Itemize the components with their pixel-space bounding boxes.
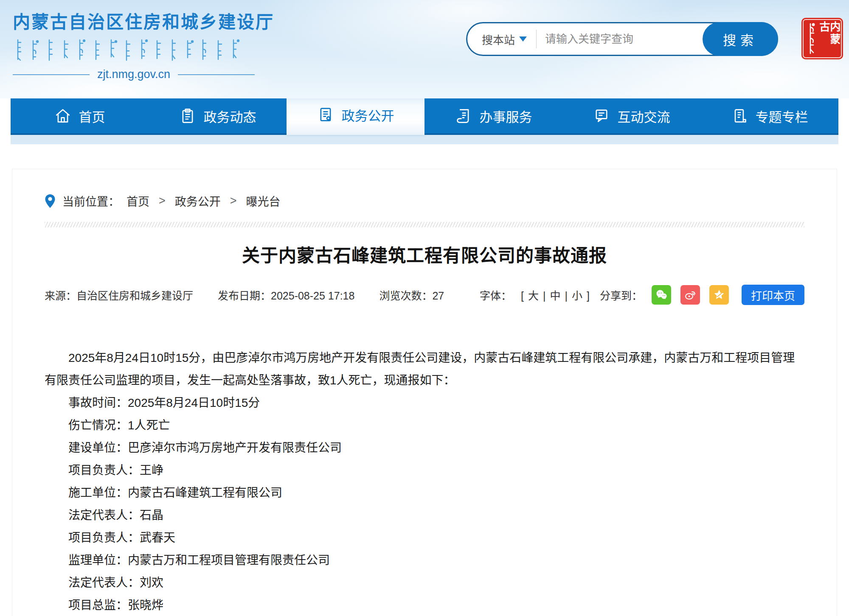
font-size-large[interactable]: 大 — [525, 290, 543, 302]
nav-bottom-strip — [11, 135, 838, 144]
site-search: 搜本站 搜索 — [466, 22, 778, 56]
article-tools: 字体： [大|中|小] 分享到： — [480, 285, 804, 305]
article-paragraph: 项目负责人：武春天 — [45, 526, 804, 549]
search-button[interactable]: 搜索 — [703, 22, 778, 56]
content-card: 当前位置： 首页 > 政务公开 > 曝光台 关于内蒙古石峰建筑工程有限公司的事故… — [12, 169, 837, 616]
nav-item-topics[interactable]: 专题专栏 — [700, 98, 838, 133]
article-paragraph: 伤亡情况：1人死亡 — [45, 414, 804, 437]
nav-item-label: 互动交流 — [618, 106, 670, 126]
inner-mongolia-seal: 内蒙古 — [801, 18, 843, 59]
hatched-divider — [45, 222, 804, 227]
nav-item-label: 政务动态 — [204, 106, 256, 126]
font-size-separator: | — [565, 290, 569, 302]
nav-item-home[interactable]: 首页 — [11, 98, 149, 133]
search-scope-label: 搜本站 — [482, 31, 515, 47]
article-paragraph: 事故时间：2025年8月24日10时15分 — [45, 392, 804, 414]
search-input[interactable] — [537, 33, 703, 46]
site-title: 内蒙古自治区住房和城乡建设厅 — [13, 8, 255, 33]
seal-text: 内蒙古 — [818, 21, 840, 56]
breadcrumb-disclosure[interactable]: 政务公开 — [175, 193, 221, 209]
home-icon — [54, 107, 71, 124]
article-paragraph: 项目负责人：王峥 — [45, 459, 804, 482]
location-pin-icon — [45, 194, 56, 208]
nav-item-label: 首页 — [79, 106, 105, 126]
nav-item-news[interactable]: 政务动态 — [149, 98, 287, 133]
article-paragraph: 法定代表人：刘欢 — [45, 571, 804, 594]
site-logo[interactable]: 内蒙古自治区住房和城乡建设厅 — [13, 8, 255, 81]
article-paragraph: 监理单位：内蒙古万和工程项目管理有限责任公司 — [45, 549, 804, 571]
print-page-button[interactable]: 打印本页 — [742, 285, 804, 305]
bracket-close: ] — [587, 290, 590, 302]
font-size-small[interactable]: 小 — [568, 290, 587, 302]
site-url: zjt.nmg.gov.cn — [97, 68, 170, 81]
nav-item-label: 办事服务 — [480, 106, 532, 126]
nav-item-label: 专题专栏 — [756, 106, 808, 126]
meta-views: 浏览次数：27 — [379, 287, 444, 302]
breadcrumb: 当前位置： 首页 > 政务公开 > 曝光台 — [45, 193, 804, 209]
font-size-label: 字体： — [480, 287, 512, 302]
nav-item-interaction[interactable]: 互动交流 — [562, 98, 700, 133]
meta-date: 发布日期：2025-08-25 17:18 — [218, 287, 354, 302]
font-size-medium[interactable]: 中 — [546, 290, 565, 302]
breadcrumb-separator: > — [156, 194, 168, 207]
nav-item-services[interactable]: 办事服务 — [424, 98, 562, 133]
column-icon — [731, 107, 748, 124]
meta-source: 来源：自治区住房和城乡建设厅 — [45, 287, 193, 302]
wechat-icon[interactable] — [652, 285, 671, 305]
url-rule-left — [13, 74, 90, 75]
article-meta-row: 来源：自治区住房和城乡建设厅 发布日期：2025-08-25 17:18 浏览次… — [45, 285, 804, 305]
breadcrumb-separator: > — [228, 194, 239, 207]
site-banner: 内蒙古自治区住房和城乡建设厅 — [0, 0, 849, 98]
article-meta: 来源：自治区住房和城乡建设厅 发布日期：2025-08-25 17:18 浏览次… — [45, 287, 444, 302]
article-paragraph: 施工单位：内蒙古石峰建筑工程有限公司 — [45, 482, 804, 504]
weibo-icon[interactable] — [680, 285, 700, 305]
site-url-row: zjt.nmg.gov.cn — [13, 68, 255, 81]
breadcrumb-label: 当前位置： — [62, 193, 120, 209]
article-paragraph: 建设单位：巴彦淖尔市鸿万房地产开发有限责任公司 — [45, 437, 804, 459]
favorite-star-icon[interactable] — [709, 285, 729, 305]
article-paragraph: 法定代表人：石晶 — [45, 504, 804, 526]
scroll-icon — [455, 107, 472, 124]
share-label: 分享到： — [600, 287, 642, 302]
article-body: 2025年8月24日10时15分，由巴彦淖尔市鸿万房地产开发有限责任公司建设，内… — [45, 347, 804, 616]
document-icon — [317, 106, 334, 123]
url-rule-right — [178, 74, 255, 75]
main-navigation: 首页 政务动态 政务公开 办事服务 互动交流 专题专栏 — [11, 98, 838, 135]
article-paragraph: 2025年8月24日10时15分，由巴彦淖尔市鸿万房地产开发有限责任公司建设，内… — [45, 347, 804, 392]
bracket-open: [ — [521, 290, 525, 302]
nav-item-disclosure[interactable]: 政务公开 — [287, 94, 424, 135]
font-size-controls: [大|中|小] — [521, 287, 590, 302]
search-scope-select[interactable]: 搜本站 — [467, 31, 536, 47]
mongolian-script-icon — [13, 38, 255, 63]
breadcrumb-home[interactable]: 首页 — [127, 193, 149, 209]
breadcrumb-exposure[interactable]: 曝光台 — [246, 193, 281, 209]
clipboard-icon — [179, 107, 196, 124]
seal-mongolian-icon — [805, 22, 816, 55]
chat-icon — [593, 107, 610, 124]
nav-item-label: 政务公开 — [342, 105, 394, 124]
page-title: 关于内蒙古石峰建筑工程有限公司的事故通报 — [45, 241, 804, 267]
article-paragraph: 项目总监：张晓烨 — [45, 594, 804, 616]
chevron-down-icon — [519, 36, 527, 42]
